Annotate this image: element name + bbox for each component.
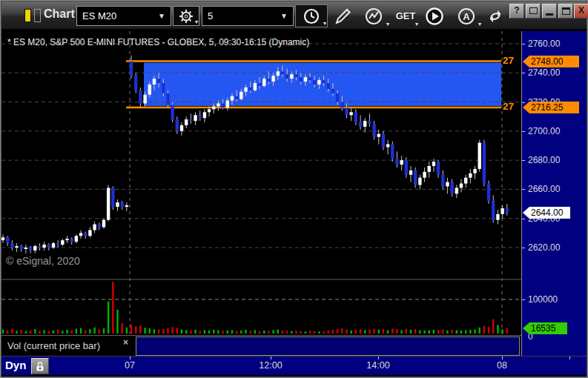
pencil-icon (333, 7, 352, 26)
draw-button[interactable] (330, 4, 355, 27)
volume-bar (2, 329, 4, 334)
candle-body (285, 74, 288, 79)
time-template-button[interactable]: ▾ (295, 4, 328, 27)
volume-bar (442, 329, 443, 334)
candle-body (10, 243, 13, 248)
volume-bar (419, 330, 420, 334)
candle-body (88, 230, 91, 236)
close-button[interactable]: X (574, 4, 588, 19)
interval-combo[interactable]: 5 ▼ (202, 6, 294, 26)
chevron-down-icon: ▾ (323, 21, 326, 27)
chart-scrollbar[interactable] (136, 336, 520, 356)
volume-bar (272, 330, 274, 334)
volume-bar (437, 330, 439, 334)
candle-body (354, 112, 357, 122)
volume-bar (460, 331, 462, 334)
volume-bar (112, 282, 113, 334)
volume-bar (116, 310, 118, 334)
volume-bar (309, 331, 311, 334)
candle-body (428, 166, 431, 172)
volume-bar (360, 329, 361, 334)
maximize-button[interactable] (558, 4, 573, 19)
symbol-combo[interactable]: ES M20 ▼ (76, 6, 171, 26)
candle-body (194, 115, 196, 121)
volume-bar (16, 331, 17, 334)
settings-button[interactable]: ▾ (173, 6, 199, 26)
candle-body (271, 76, 274, 82)
price-axis[interactable]: 0 2760.002740.002720.002700.002680.00266… (521, 31, 587, 356)
zigzag-chart-icon (364, 7, 383, 26)
candle-body (382, 134, 385, 147)
studies-button[interactable]: ▾ (357, 4, 390, 27)
candle-body (432, 162, 435, 166)
candle-body (249, 87, 252, 90)
candle-body (414, 170, 417, 185)
candle-body (98, 225, 101, 228)
play-replay-button[interactable] (420, 4, 449, 27)
last-price-tag: 2644.00 (523, 207, 570, 219)
time-axis-tick (130, 357, 131, 359)
minimize-button[interactable] (542, 4, 557, 19)
volume-bar (57, 329, 59, 334)
close-study-icon[interactable]: × (123, 337, 128, 348)
volume-bar (43, 330, 44, 334)
axis-tick (522, 189, 525, 190)
volume-bar (268, 331, 269, 334)
candle-body (386, 145, 389, 147)
candle-body (84, 233, 87, 236)
volume-bar (414, 329, 416, 334)
volume-bar (469, 330, 471, 334)
volume-bar (465, 330, 466, 334)
chart-plot-area[interactable] (1, 31, 521, 335)
volume-bar (231, 330, 233, 334)
get-data-button[interactable]: GET ▾ (392, 4, 419, 27)
time-axis-bar[interactable]: Dyn 0712:0014:0008 (1, 356, 587, 375)
help-icon: ? (514, 5, 519, 16)
candle-body (258, 83, 261, 86)
candle-body (244, 87, 247, 92)
help-button[interactable]: ? (509, 4, 524, 19)
lock-button[interactable] (31, 358, 49, 374)
volume-bar (99, 329, 100, 334)
candle-body (441, 175, 444, 187)
chevron-down-icon: ▾ (195, 19, 198, 25)
candle-body (143, 95, 146, 104)
candle-body (148, 84, 151, 95)
candle-body (24, 248, 27, 249)
volume-bar (89, 329, 90, 334)
candle-body (368, 121, 371, 124)
volume-bar (53, 331, 54, 334)
lock-icon (35, 361, 45, 372)
volume-bar (429, 330, 430, 334)
volume-bar (305, 331, 306, 334)
alert-a-icon: A (457, 7, 476, 26)
axis-tick (522, 44, 525, 44)
zone-upper-price-tag: 2748.00 (523, 56, 579, 67)
chevron-down-icon: ▾ (415, 21, 418, 27)
candle-body (61, 240, 64, 245)
candle-body (469, 173, 472, 178)
candle-body (331, 89, 334, 93)
volume-bar (291, 331, 292, 334)
dock-icon (529, 7, 538, 14)
volume-bar (400, 330, 402, 334)
volume-bar (355, 330, 357, 334)
volume-bar (204, 330, 205, 334)
volume-bar (263, 331, 265, 334)
candle-body (492, 201, 495, 220)
candle-body (93, 225, 96, 231)
candle-body (1, 237, 4, 240)
interval-value: 5 (208, 10, 213, 21)
alerts-button[interactable]: A ▾ (451, 4, 482, 27)
price-tick-label: 2760.00 (528, 39, 560, 49)
price-tick-label: 2620.00 (528, 242, 560, 253)
volume-bar (217, 330, 219, 334)
volume-bar (341, 328, 343, 334)
axis-tick (522, 73, 525, 73)
axis-tick (522, 160, 525, 161)
volume-bar (497, 325, 498, 334)
upper-line-price-label: 27 (503, 55, 521, 67)
dynamic-mode-label[interactable]: Dyn (5, 359, 26, 371)
dock-button[interactable] (526, 4, 541, 19)
swap-symbol-button[interactable] (483, 4, 507, 27)
